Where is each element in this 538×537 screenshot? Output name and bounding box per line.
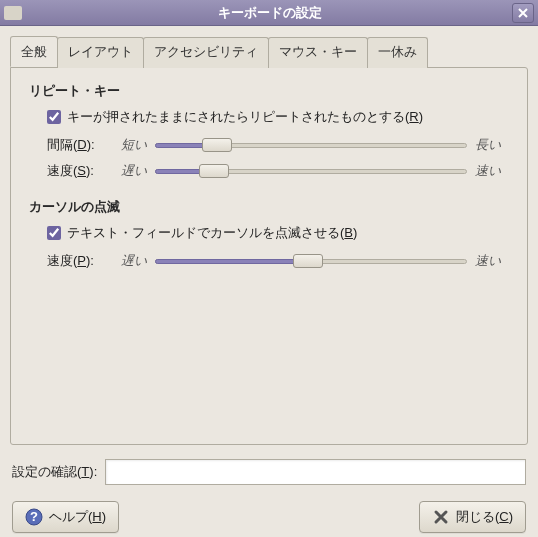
cursor-checkbox[interactable] xyxy=(47,226,61,240)
window-icon xyxy=(4,6,22,20)
repeat-speed-slider[interactable] xyxy=(155,162,467,180)
titlebar: キーボードの設定 xyxy=(0,0,538,26)
close-button-label: 閉じる(C) xyxy=(456,508,513,526)
help-button[interactable]: ? ヘルプ(H) xyxy=(12,501,119,533)
tab-accessibility[interactable]: アクセシビリティ xyxy=(143,37,269,68)
repeat-delay-label: 間隔(D): xyxy=(47,136,105,154)
cursor-speed-left: 遅い xyxy=(113,252,147,270)
repeat-delay-left: 短い xyxy=(113,136,147,154)
repeat-delay-slider[interactable] xyxy=(155,136,467,154)
svg-text:?: ? xyxy=(30,509,38,524)
cursor-title: カーソルの点滅 xyxy=(29,198,509,216)
window-body: 全般 レイアウト アクセシビリティ マウス・キー 一休み リピート・キー キーが… xyxy=(0,26,538,537)
cursor-speed-row: 速度(P): 遅い 速い xyxy=(47,252,509,270)
cursor-checkbox-label: テキスト・フィールドでカーソルを点滅させる(B) xyxy=(67,224,357,242)
repeat-delay-row: 間隔(D): 短い 長い xyxy=(47,136,509,154)
confirm-input[interactable] xyxy=(105,459,526,485)
close-button[interactable]: 閉じる(C) xyxy=(419,501,526,533)
help-button-label: ヘルプ(H) xyxy=(49,508,106,526)
repeat-speed-label: 速度(S): xyxy=(47,162,105,180)
confirm-label: 設定の確認(T): xyxy=(12,463,97,481)
confirm-row: 設定の確認(T): xyxy=(12,459,526,485)
repeat-section: リピート・キー キーが押されたままにされたらリピートされたものとする(R) 間隔… xyxy=(29,82,509,180)
button-row: ? ヘルプ(H) 閉じる(C) xyxy=(12,501,526,533)
tab-general[interactable]: 全般 xyxy=(10,36,58,67)
repeat-speed-row: 速度(S): 遅い 速い xyxy=(47,162,509,180)
tab-panel-general: リピート・キー キーが押されたままにされたらリピートされたものとする(R) 間隔… xyxy=(10,67,528,445)
close-icon xyxy=(432,508,450,526)
repeat-checkbox-row[interactable]: キーが押されたままにされたらリピートされたものとする(R) xyxy=(47,108,509,126)
tab-layout[interactable]: レイアウト xyxy=(57,37,144,68)
cursor-speed-slider[interactable] xyxy=(155,252,467,270)
help-icon: ? xyxy=(25,508,43,526)
cursor-checkbox-row[interactable]: テキスト・フィールドでカーソルを点滅させる(B) xyxy=(47,224,509,242)
repeat-delay-right: 長い xyxy=(475,136,509,154)
cursor-speed-label: 速度(P): xyxy=(47,252,105,270)
cursor-section: カーソルの点滅 テキスト・フィールドでカーソルを点滅させる(B) 速度(P): … xyxy=(29,198,509,270)
repeat-speed-right: 速い xyxy=(475,162,509,180)
repeat-checkbox[interactable] xyxy=(47,110,61,124)
repeat-speed-left: 遅い xyxy=(113,162,147,180)
cursor-speed-right: 速い xyxy=(475,252,509,270)
repeat-title: リピート・キー xyxy=(29,82,509,100)
tab-break[interactable]: 一休み xyxy=(367,37,428,68)
tab-bar: 全般 レイアウト アクセシビリティ マウス・キー 一休み xyxy=(10,36,528,67)
repeat-checkbox-label: キーが押されたままにされたらリピートされたものとする(R) xyxy=(67,108,423,126)
tab-mouse-keys[interactable]: マウス・キー xyxy=(268,37,368,68)
window-title: キーボードの設定 xyxy=(28,4,512,22)
close-window-icon[interactable] xyxy=(512,3,534,23)
